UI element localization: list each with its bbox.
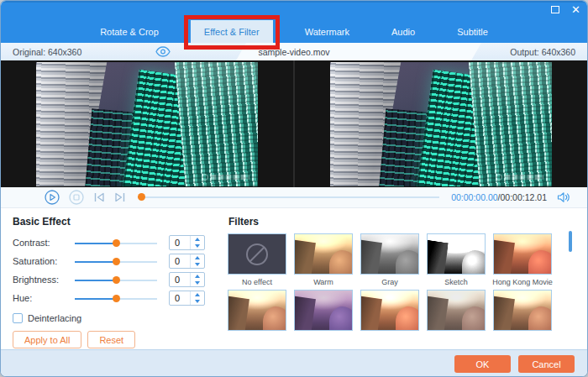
filter-label: Warm (313, 275, 333, 290)
brightness-slider[interactable] (75, 274, 157, 286)
filters-scroll-area[interactable]: No effect Warm Gray Sketch (228, 233, 587, 332)
filter-warm[interactable]: Warm (294, 233, 353, 290)
filter-no-effect[interactable]: No effect (228, 233, 286, 290)
volume-button[interactable] (557, 191, 570, 203)
tab-watermark[interactable]: Watermark (295, 20, 360, 43)
tab-audio[interactable]: Audio (381, 20, 425, 43)
tab-effect-filter[interactable]: Effect & Filter (191, 20, 273, 43)
prev-frame-button[interactable] (93, 192, 105, 202)
footer-buttons: OK Cancel (454, 355, 575, 373)
spin-up-button[interactable] (191, 273, 204, 280)
arrow-down-icon (195, 263, 200, 266)
contrast-slider[interactable] (75, 237, 157, 249)
arrow-down-icon (195, 281, 200, 285)
tab-subtitle[interactable]: Subtitle (447, 20, 498, 43)
cancel-button[interactable]: Cancel (518, 355, 575, 373)
filter-preview-image (494, 234, 551, 274)
spin-down-button[interactable] (191, 243, 204, 249)
seek-track (138, 196, 439, 198)
filter-label: Gray (381, 275, 398, 290)
spin-up-button[interactable] (191, 236, 204, 243)
tab-bar: Rotate & Crop Effect & Filter Watermark … (1, 18, 587, 43)
basic-effect-buttons: Apply to All Reset (13, 331, 228, 348)
arrow-down-icon (195, 244, 200, 248)
slider-fill (75, 243, 116, 244)
seek-handle[interactable] (138, 193, 145, 201)
filter-row2-4[interactable] (427, 290, 486, 331)
filter-row2-5[interactable] (493, 290, 552, 331)
saturation-value-input[interactable] (170, 254, 190, 268)
filter-row2-2[interactable] (294, 290, 353, 331)
glass-tower (174, 62, 258, 186)
spin-up-button[interactable] (191, 291, 204, 298)
original-video-preview (1, 60, 293, 187)
filter-thumb[interactable] (493, 233, 552, 275)
slider-thumb[interactable] (113, 258, 120, 265)
reset-button[interactable]: Reset (87, 331, 135, 348)
filter-gray[interactable]: Gray (360, 233, 419, 290)
deinterlacing-label: Deinterlacing (28, 313, 81, 323)
filter-thumb[interactable] (228, 233, 286, 275)
saturation-slider[interactable] (75, 255, 157, 268)
brightness-value-input[interactable] (170, 273, 190, 286)
filter-thumb[interactable] (294, 290, 353, 331)
compare-preview-button[interactable] (155, 46, 171, 57)
tab-label: Effect & Filter (204, 27, 260, 37)
seek-slider[interactable] (138, 192, 439, 202)
filters-scrollbar-thumb[interactable] (569, 231, 572, 252)
filter-label: No effect (242, 275, 272, 290)
spin-up-button[interactable] (191, 254, 204, 261)
slider-thumb[interactable] (113, 276, 120, 284)
slider-thumb[interactable] (113, 295, 120, 302)
spin-down-button[interactable] (191, 298, 204, 305)
watermark-text-blur (505, 175, 543, 180)
contrast-spinbox (169, 235, 205, 250)
slider-fill (75, 280, 116, 281)
output-video-preview (293, 60, 587, 187)
slider-thumb[interactable] (113, 239, 120, 247)
spin-down-button[interactable] (191, 261, 204, 268)
filter-thumb[interactable] (360, 290, 419, 331)
city-night-scene (330, 62, 552, 186)
filter-hong-kong-movie[interactable]: Hong Kong Movie (493, 233, 552, 290)
contrast-value-input[interactable] (170, 236, 190, 249)
ok-button[interactable]: OK (454, 355, 511, 373)
apply-to-all-button[interactable]: Apply to All (13, 331, 81, 348)
filter-row2-1[interactable] (228, 290, 286, 331)
spin-buttons (190, 291, 204, 305)
hue-label: Hue: (13, 293, 75, 303)
filter-row2-3[interactable] (360, 290, 419, 331)
hue-slider[interactable] (75, 292, 157, 305)
no-effect-icon (246, 243, 268, 265)
spin-down-button[interactable] (191, 280, 204, 286)
checkbox-icon[interactable] (13, 313, 23, 323)
next-frame-icon (114, 192, 126, 202)
filter-thumb[interactable] (427, 290, 486, 331)
filter-sketch[interactable]: Sketch (427, 233, 486, 290)
arrow-up-icon (195, 256, 200, 259)
filter-thumb[interactable] (228, 290, 286, 331)
spin-buttons (190, 236, 204, 249)
filter-label: Sketch (444, 275, 468, 290)
brightness-spinbox (169, 272, 205, 287)
play-button[interactable] (45, 190, 60, 205)
filter-thumb[interactable] (427, 233, 486, 275)
play-icon (45, 190, 60, 205)
filter-thumb[interactable] (294, 233, 353, 275)
filter-thumb[interactable] (360, 233, 419, 275)
filter-thumb[interactable] (493, 290, 552, 331)
slider-fill (75, 261, 116, 263)
deinterlacing-checkbox-row[interactable]: Deinterlacing (13, 313, 228, 323)
close-icon: ✕ (571, 4, 580, 15)
stop-button[interactable] (69, 190, 84, 205)
hue-value-input[interactable] (170, 291, 190, 305)
maximize-button[interactable] (551, 6, 559, 13)
preview-info-bar: sample-video.mov Original: 640x360 Outpu… (1, 43, 587, 60)
tab-rotate-crop[interactable]: Rotate & Crop (90, 20, 169, 43)
stock-watermark (202, 174, 249, 181)
hue-spinbox (169, 291, 205, 306)
filters-grid: No effect Warm Gray Sketch (228, 233, 587, 331)
arrow-up-icon (195, 293, 200, 296)
close-button[interactable]: ✕ (571, 4, 580, 15)
next-frame-button[interactable] (114, 192, 126, 202)
